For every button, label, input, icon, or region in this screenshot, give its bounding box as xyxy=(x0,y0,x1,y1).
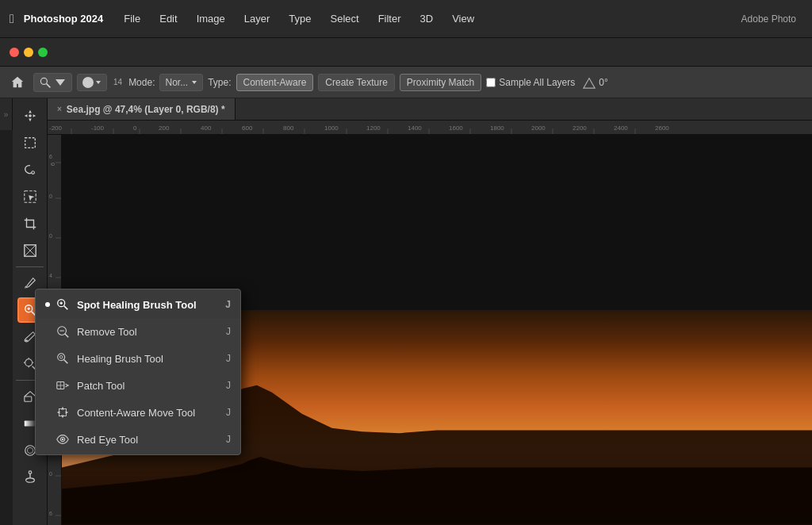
svg-line-84 xyxy=(64,306,68,310)
dropdown-item-spot-heal[interactable]: Spot Healing Brush Tool J xyxy=(36,291,240,318)
sample-layers-label: Sample All Layers xyxy=(499,77,575,88)
svg-rect-4 xyxy=(25,138,35,148)
menu-edit[interactable]: Edit xyxy=(151,10,185,28)
tool-move[interactable] xyxy=(17,103,43,128)
apple-icon:  xyxy=(10,12,14,26)
svg-point-3 xyxy=(29,114,32,117)
tab-filename: Sea.jpg @ 47,4% (Layer 0, RGB/8) * xyxy=(67,104,225,115)
menu-type[interactable]: Type xyxy=(281,10,319,28)
menu-select[interactable]: Select xyxy=(322,10,366,28)
svg-point-26 xyxy=(29,471,32,474)
svg-text:1000: 1000 xyxy=(324,125,339,132)
tool-crop[interactable] xyxy=(17,211,43,236)
menu-view[interactable]: View xyxy=(444,10,482,28)
type-create-texture[interactable]: Create Texture xyxy=(318,74,395,91)
svg-text:1600: 1600 xyxy=(449,125,463,132)
svg-text:2000: 2000 xyxy=(531,125,546,132)
spot-heal-icon xyxy=(55,297,71,312)
svg-text:400: 400 xyxy=(201,125,212,132)
main-layout: » xyxy=(0,98,812,525)
svg-text:600: 600 xyxy=(242,125,253,132)
brush-size-value: 14 xyxy=(113,78,122,86)
adobe-title: Adobe Photo xyxy=(741,13,802,25)
type-proximity-match[interactable]: Proximity Match xyxy=(400,74,481,91)
heal-brush-icon xyxy=(55,351,71,366)
svg-line-1 xyxy=(47,83,51,87)
sample-layers-checkbox[interactable] xyxy=(486,78,496,87)
minimize-button[interactable] xyxy=(24,48,33,57)
tool-object-select[interactable] xyxy=(17,184,43,209)
svg-text:800: 800 xyxy=(283,125,294,132)
toolbar-collapse-button[interactable]: » xyxy=(0,98,13,130)
sample-layers-group: Sample All Layers xyxy=(486,77,575,88)
angle-value: 0° xyxy=(599,77,607,88)
svg-text:1200: 1200 xyxy=(366,125,381,132)
tab-close-button[interactable]: × xyxy=(57,105,62,113)
tool-lasso[interactable] xyxy=(17,157,43,182)
patch-tool-icon xyxy=(55,377,71,393)
svg-text:0: 0 xyxy=(49,471,52,477)
content-aware-move-label: Content-Aware Move Tool xyxy=(77,407,195,419)
red-eye-label: Red Eye Tool xyxy=(77,434,138,446)
svg-point-24 xyxy=(25,478,34,482)
svg-text:6: 6 xyxy=(49,154,52,159)
tool-marquee[interactable] xyxy=(17,130,43,155)
traffic-lights-bar xyxy=(0,38,812,67)
svg-point-15 xyxy=(25,359,32,366)
svg-text:0: 0 xyxy=(133,125,137,132)
spot-heal-shortcut: J xyxy=(225,299,231,310)
horizontal-ruler: -200 -100 0 200 400 600 800 1000 xyxy=(48,121,812,135)
dropdown-item-remove[interactable]: Remove Tool J xyxy=(36,318,240,345)
patch-tool-label: Patch Tool xyxy=(77,380,124,392)
dropdown-item-content-aware-move[interactable]: Content-Aware Move Tool J xyxy=(36,399,240,426)
dropdown-item-heal-brush[interactable]: Healing Brush Tool J xyxy=(36,345,240,372)
maximize-button[interactable] xyxy=(38,48,48,57)
svg-text:6: 6 xyxy=(49,511,52,516)
close-button[interactable] xyxy=(10,48,19,57)
dropdown-item-red-eye[interactable]: Red Eye Tool J xyxy=(36,426,240,453)
menu-image[interactable]: Image xyxy=(189,10,233,28)
menu-layer[interactable]: Layer xyxy=(236,10,278,28)
mode-dropdown[interactable]: Nor... xyxy=(159,74,203,91)
remove-tool-label: Remove Tool xyxy=(77,326,137,338)
canvas-dark-area xyxy=(62,135,812,310)
red-eye-icon xyxy=(55,431,71,447)
svg-text:2200: 2200 xyxy=(573,125,587,132)
type-label: Type: xyxy=(208,77,231,88)
toolbar-separator-1 xyxy=(16,266,43,267)
svg-text:-100: -100 xyxy=(91,125,105,132)
home-button[interactable] xyxy=(6,71,29,94)
options-bar: 14 Mode: Nor... Type: Content-Aware Crea… xyxy=(0,67,812,98)
svg-text:1400: 1400 xyxy=(408,125,422,132)
menu-file[interactable]: File xyxy=(116,10,148,28)
spot-heal-label: Spot Healing Brush Tool xyxy=(77,299,197,311)
svg-text:1800: 1800 xyxy=(490,125,504,132)
svg-line-86 xyxy=(65,334,69,338)
svg-rect-21 xyxy=(24,420,35,426)
menu-3d[interactable]: 3D xyxy=(412,10,442,28)
tool-frame[interactable] xyxy=(17,238,43,263)
svg-point-22 xyxy=(25,446,35,456)
svg-point-23 xyxy=(27,447,33,453)
svg-text:2600: 2600 xyxy=(655,125,669,132)
document-tab[interactable]: × Sea.jpg @ 47,4% (Layer 0, RGB/8) * xyxy=(48,98,236,120)
heal-brush-label: Healing Brush Tool xyxy=(77,353,163,365)
patch-tool-shortcut: J xyxy=(226,380,231,391)
remove-tool-icon xyxy=(55,324,71,339)
svg-point-88 xyxy=(58,354,65,361)
tool-dodge[interactable] xyxy=(17,465,43,490)
svg-text:-200: -200 xyxy=(49,125,63,132)
heal-brush-shortcut: J xyxy=(226,353,231,364)
menu-filter[interactable]: Filter xyxy=(370,10,409,28)
dropdown-item-patch[interactable]: Patch Tool J xyxy=(36,372,240,399)
type-content-aware[interactable]: Content-Aware xyxy=(236,74,314,91)
svg-text:200: 200 xyxy=(159,125,170,132)
menubar:  Photoshop 2024 File Edit Image Layer T… xyxy=(0,0,812,38)
app-name: Photoshop 2024 xyxy=(24,13,103,25)
svg-text:2400: 2400 xyxy=(614,125,628,132)
svg-rect-94 xyxy=(59,409,67,416)
tool-dropdown-menu: Spot Healing Brush Tool J Remove Tool J xyxy=(35,289,241,455)
brush-size-indicator[interactable] xyxy=(77,74,107,91)
brush-tool-button[interactable] xyxy=(33,73,72,92)
mode-label: Mode: xyxy=(128,77,155,88)
